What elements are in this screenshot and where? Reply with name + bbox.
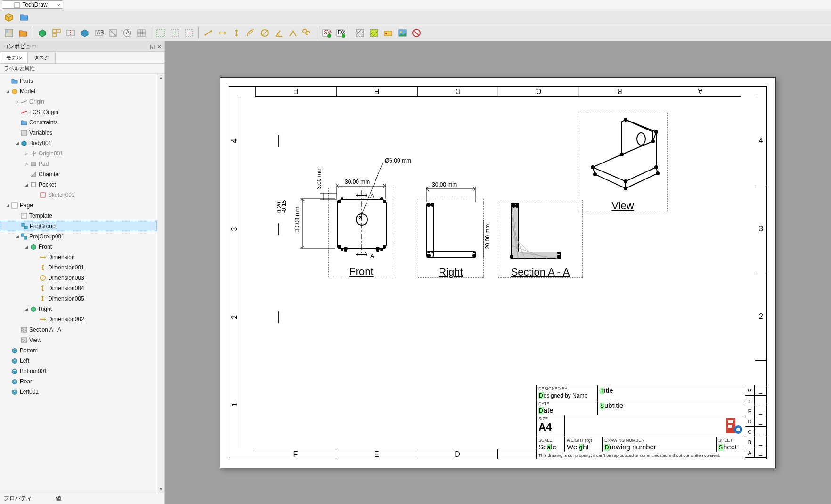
tree-node[interactable]: Template bbox=[0, 211, 157, 221]
tree-node[interactable]: Dimension bbox=[0, 252, 157, 262]
tree-node[interactable]: ◢Pocket bbox=[0, 179, 157, 190]
hatch-icon[interactable] bbox=[354, 27, 366, 39]
spreadsheet-icon[interactable] bbox=[135, 27, 147, 39]
dim-vertical-icon[interactable] bbox=[230, 27, 243, 39]
chevron-down-icon bbox=[57, 3, 61, 7]
close-icon[interactable]: ✕ bbox=[157, 43, 162, 50]
section-view-icon[interactable] bbox=[65, 27, 77, 39]
svg-text:20.00 mm: 20.00 mm bbox=[484, 224, 491, 249]
svg-text:3.00 mm: 3.00 mm bbox=[316, 167, 322, 189]
svg-rect-27 bbox=[356, 29, 364, 37]
svg-rect-5 bbox=[53, 29, 56, 33]
svg-rect-72 bbox=[427, 203, 433, 258]
tab-model[interactable]: モデル bbox=[0, 52, 28, 63]
panel-header: コンボビュー ◱✕ bbox=[0, 41, 164, 52]
tree-node[interactable]: Left001 bbox=[0, 387, 157, 397]
toggle-frame-icon[interactable] bbox=[410, 27, 423, 39]
axis-cell: A bbox=[660, 86, 741, 96]
svg-point-90 bbox=[624, 179, 627, 183]
tree-node[interactable]: ◢Front bbox=[0, 242, 157, 252]
tree-node[interactable]: ▷Origin bbox=[0, 97, 157, 107]
dim-length-icon[interactable] bbox=[202, 27, 214, 39]
clip-group-icon[interactable] bbox=[155, 27, 167, 39]
svg-point-61 bbox=[344, 249, 347, 252]
tree-node[interactable]: ◢Body001 bbox=[0, 138, 157, 148]
draft-view-icon[interactable] bbox=[107, 27, 119, 39]
view-right[interactable]: Right bbox=[418, 199, 484, 278]
tree-node[interactable]: Parts bbox=[0, 76, 157, 86]
view-section[interactable]: Section A - A bbox=[498, 200, 583, 278]
workbench-selector[interactable]: TechDraw bbox=[2, 0, 63, 9]
tree-node[interactable]: Bottom001 bbox=[0, 366, 157, 376]
tree-node[interactable]: ProjGroup bbox=[0, 221, 157, 231]
clip-add-icon[interactable]: + bbox=[169, 27, 181, 39]
undock-icon[interactable]: ◱ bbox=[150, 43, 155, 50]
svg-point-51 bbox=[337, 200, 341, 203]
tree-node[interactable]: Dimension002 bbox=[0, 314, 157, 325]
svg-text:30.00 mm: 30.00 mm bbox=[432, 181, 457, 188]
tree-node[interactable]: ◢Right bbox=[0, 304, 157, 314]
axis-cell: E bbox=[336, 86, 417, 96]
export-svg-icon[interactable]: SVG bbox=[320, 27, 333, 39]
view-iso[interactable]: View bbox=[578, 113, 668, 211]
dim-link-icon[interactable] bbox=[301, 27, 313, 39]
part-icon[interactable] bbox=[3, 11, 15, 23]
tree-node[interactable]: Dimension001 bbox=[0, 262, 157, 273]
tab-task[interactable]: タスク bbox=[28, 52, 56, 63]
tree-node[interactable]: Dimension004 bbox=[0, 283, 157, 293]
dim-horizontal-icon[interactable] bbox=[216, 27, 228, 39]
tree-node[interactable]: Bottom bbox=[0, 345, 157, 356]
insert-view-icon[interactable] bbox=[36, 27, 49, 39]
drawing-page[interactable]: FEDCBA FEDCBA 4321 4321 bbox=[220, 77, 776, 468]
svg-point-77 bbox=[472, 254, 476, 258]
tree-node[interactable]: ▷Pad bbox=[0, 159, 157, 169]
tree-node[interactable]: Variables bbox=[0, 128, 157, 138]
svg-rect-28 bbox=[370, 29, 378, 37]
drawing-canvas[interactable]: FEDCBA FEDCBA 4321 4321 bbox=[165, 41, 831, 504]
new-page-icon[interactable] bbox=[3, 27, 15, 39]
tree-node[interactable]: ◢ProjGroup001 bbox=[0, 231, 157, 242]
clip-remove-icon[interactable]: − bbox=[183, 27, 195, 39]
open-page-icon[interactable] bbox=[17, 27, 29, 39]
model-tree[interactable]: Parts◢Model▷OriginLCS_OriginConstraintsV… bbox=[0, 74, 157, 493]
svg-rect-41 bbox=[22, 214, 24, 216]
tree-node[interactable]: LCS_Origin bbox=[0, 107, 157, 117]
tree-node[interactable]: View bbox=[0, 335, 157, 345]
tree-scrollbar[interactable]: ▲▼ bbox=[157, 74, 164, 493]
image-icon[interactable] bbox=[396, 27, 408, 39]
tree-node[interactable]: Chamfer bbox=[0, 169, 157, 179]
annotation-icon[interactable]: AB bbox=[93, 27, 105, 39]
geom-hatch-icon[interactable] bbox=[368, 27, 380, 39]
multiview-icon[interactable] bbox=[50, 27, 63, 39]
tree-node[interactable]: Section A - A bbox=[0, 325, 157, 335]
dim-radius-icon[interactable] bbox=[244, 27, 257, 39]
export-dxf-icon[interactable]: DXF bbox=[334, 27, 347, 39]
symbol-icon[interactable] bbox=[382, 27, 394, 39]
svg-text:30.00 mm: 30.00 mm bbox=[345, 179, 370, 185]
svg-point-78 bbox=[427, 251, 430, 253]
svg-rect-39 bbox=[12, 203, 17, 208]
title-block[interactable]: DESIGNED BY: Designed by Name Title bbox=[536, 385, 767, 459]
svg-rect-34 bbox=[21, 130, 27, 135]
tree-node[interactable]: ◢Model bbox=[0, 86, 157, 97]
arch-view-icon[interactable]: A bbox=[121, 27, 133, 39]
svg-rect-101 bbox=[728, 425, 732, 428]
detail-view-icon[interactable] bbox=[79, 27, 91, 39]
tree-node[interactable]: Dimension003 bbox=[0, 273, 157, 283]
folder-icon[interactable] bbox=[18, 11, 30, 23]
tree-node[interactable]: Sketch001 bbox=[0, 190, 157, 200]
tree-node[interactable]: ◢Page bbox=[0, 200, 157, 211]
dim-angle3pt-icon[interactable] bbox=[287, 27, 299, 39]
tree-node[interactable]: Rear bbox=[0, 376, 157, 387]
view-front[interactable]: A A Front bbox=[328, 188, 394, 277]
tree-node[interactable]: Left bbox=[0, 356, 157, 366]
axis-cell: 3 bbox=[755, 185, 767, 273]
tree-node[interactable]: Constraints bbox=[0, 117, 157, 128]
svg-rect-37 bbox=[32, 183, 35, 186]
dim-diameter-icon[interactable] bbox=[259, 27, 271, 39]
svg-rect-44 bbox=[21, 234, 24, 236]
tree-node[interactable]: Dimension005 bbox=[0, 293, 157, 304]
svg-rect-38 bbox=[41, 193, 45, 197]
tree-node[interactable]: ▷Origin001 bbox=[0, 148, 157, 159]
dim-angle-icon[interactable] bbox=[273, 27, 285, 39]
